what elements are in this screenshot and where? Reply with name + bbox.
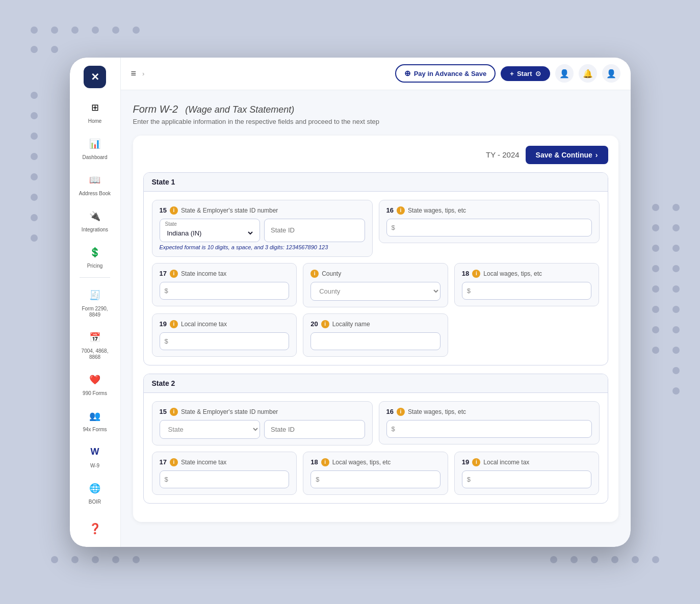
form2290-icon: 🧾 [86, 286, 104, 304]
pricing-icon: 💲 [86, 243, 104, 261]
integrations-icon: 🔌 [86, 207, 104, 225]
state1-state-select[interactable]: Indiana (IN) Alabama (AL) Alaska (AK) Ar… [165, 229, 255, 238]
state-select-inner: Indiana (IN) Alabama (AL) Alaska (AK) Ar… [160, 227, 260, 242]
dollar-icon-s2-16: $ [392, 425, 395, 433]
state-select-container: State Indiana (IN) Alabama (AL) Alaska (… [160, 219, 261, 242]
page-content: Form W-2 (Wage and Tax Statement) Enter … [121, 90, 631, 547]
state2-field-16-group: 16 i State wages, tips, etc $ [379, 401, 600, 444]
field-15-group: 15 i State & Employer's state ID number … [152, 200, 373, 257]
sidebar-item-integrations[interactable]: 🔌 Integrations [74, 203, 115, 237]
menu-toggle[interactable]: ≡ › [131, 68, 145, 79]
field-16-group: 16 i State wages, tips, etc $ [379, 200, 600, 243]
dollar-icon-s2-17: $ [165, 476, 168, 483]
pay-advance-button[interactable]: ⊕ Pay in Advance & Save [395, 64, 496, 83]
state2-field19-input[interactable] [462, 470, 592, 488]
dashboard-icon: 📊 [86, 135, 104, 153]
state2-section: State 2 15 i State & Employer's state ID… [143, 374, 608, 504]
start-button[interactable]: + Start ⊙ [501, 66, 550, 81]
state1-section: State 1 15 i State & Employer's state ID… [143, 172, 608, 365]
state2-field-18-info-icon[interactable]: i [321, 458, 329, 466]
sidebar-item-boir[interactable]: 🌐 BOIR [74, 475, 115, 509]
state1-field19-input[interactable] [160, 332, 290, 350]
state2-field-15-info-icon[interactable]: i [170, 408, 178, 416]
field-16-label: State wages, tips, etc [408, 207, 466, 214]
state2-field-16-info-icon[interactable]: i [397, 408, 405, 416]
field-19-info-icon[interactable]: i [170, 320, 178, 328]
state1-row2: 17 i State income tax $ [152, 263, 600, 307]
county-info-icon[interactable]: i [310, 270, 319, 278]
sidebar-item-94x[interactable]: 👥 94x Forms [74, 403, 115, 437]
state1-body: 15 i State & Employer's state ID number … [144, 192, 608, 365]
state2-row2: 17 i State income tax $ [152, 452, 600, 495]
field-15-label: State & Employer's state ID number [181, 207, 278, 214]
field-15-hint: Expected format is 10 digits, a space, a… [160, 244, 365, 250]
form7004-icon: 📅 [86, 328, 104, 347]
state2-header: State 2 [144, 374, 608, 393]
field-15-number: 15 [160, 206, 167, 214]
notifications-button[interactable]: 🔔 [579, 64, 597, 83]
field-15-info-icon[interactable]: i [170, 206, 178, 215]
field-16-info-icon[interactable]: i [397, 206, 405, 215]
state2-body: 15 i State & Employer's state ID number … [144, 393, 608, 503]
chevron-right-icon: › [595, 151, 598, 159]
field-20-info-icon[interactable]: i [321, 320, 329, 328]
contacts-icon: 👤 [559, 69, 569, 78]
state2-field17-input[interactable] [160, 470, 290, 488]
add-icon: + [510, 70, 514, 77]
sidebar-divider [80, 277, 110, 278]
county-group: i County County Adams Allen [303, 263, 448, 307]
sidebar-item-w9[interactable]: W W-9 [74, 439, 115, 473]
form94x-icon: 👥 [86, 407, 104, 425]
form990-icon: ❤️ [86, 371, 104, 389]
page-title: Form W-2 (Wage and Tax Statement) [133, 102, 618, 116]
field-17-info-icon[interactable]: i [170, 270, 178, 278]
state2-field-18-group: 18 i Local wages, tips, etc $ [303, 452, 448, 495]
bell-icon: 🔔 [583, 69, 593, 78]
dollar-icon-16: $ [392, 224, 395, 231]
sidebar-item-address-book[interactable]: 📖 Address Book [74, 167, 115, 201]
dollar-icon-s2-18: $ [316, 476, 319, 483]
save-continue-button[interactable]: Save & Continue › [526, 146, 608, 164]
contacts-button[interactable]: 👤 [555, 64, 574, 83]
field-17-group: 17 i State income tax $ [152, 263, 297, 306]
topbar: ≡ › ⊕ Pay in Advance & Save + Start ⊙ 👤 … [121, 58, 631, 90]
sidebar-item-pricing[interactable]: 💲 Pricing [74, 239, 115, 273]
w9-icon: W [86, 443, 104, 461]
state2-field-19-group: 19 i Local income tax $ [454, 452, 600, 495]
state2-field-17-info-icon[interactable]: i [170, 458, 178, 466]
ty-label: TY - 2024 [486, 150, 520, 159]
home-icon: ⊞ [86, 98, 104, 117]
state1-field20-input[interactable] [310, 332, 440, 350]
field-18-info-icon[interactable]: i [472, 270, 480, 278]
county-select[interactable]: County Adams Allen [310, 282, 440, 301]
field-19-group: 19 i Local income tax $ [152, 313, 297, 357]
boir-icon: 🌐 [86, 479, 104, 497]
state2-field-19-info-icon[interactable]: i [472, 458, 480, 466]
state2-state-id-input[interactable] [264, 420, 365, 439]
app-logo[interactable]: ✕ [84, 66, 106, 88]
state1-field16-input[interactable] [386, 219, 592, 237]
state2-field16-input[interactable] [386, 420, 592, 438]
dollar-icon-18: $ [467, 287, 471, 295]
address-book-icon: 📖 [86, 171, 104, 189]
hamburger-icon: ≡ [131, 68, 137, 79]
sidebar-item-7004[interactable]: 📅 7004, 4868, 8868 [74, 324, 115, 364]
state1-field17-input[interactable] [160, 282, 290, 300]
sidebar-item-form2290[interactable]: 🧾 Form 2290, 8849 [74, 282, 115, 322]
main-content: ≡ › ⊕ Pay in Advance & Save + Start ⊙ 👤 … [121, 58, 631, 547]
sidebar-item-990forms[interactable]: ❤️ 990 Forms [74, 366, 115, 401]
field-16-number: 16 [386, 206, 394, 214]
state2-field18-input[interactable] [310, 470, 440, 488]
state1-field18-input[interactable] [462, 282, 592, 300]
field-18-group: 18 i Local wages, tips, etc $ [454, 263, 600, 306]
sidebar-item-home[interactable]: ⊞ Home [74, 94, 115, 128]
user-profile-button[interactable]: 👤 [602, 64, 620, 83]
state2-state-select[interactable]: State Indiana (IN) Alabama (AL) [160, 420, 261, 439]
form-card: TY - 2024 Save & Continue › State 1 [133, 136, 618, 522]
state1-state-id-input[interactable] [264, 219, 365, 242]
field-16-input-wrapper: $ [386, 219, 592, 237]
sidebar-item-dashboard[interactable]: 📊 Dashboard [74, 130, 115, 165]
help-icon[interactable]: ❓ [85, 518, 106, 539]
dollar-icon-s2-19: $ [467, 476, 471, 483]
app-card: ✕ ⊞ Home 📊 Dashboard 📖 Address Book 🔌 In… [70, 58, 631, 547]
